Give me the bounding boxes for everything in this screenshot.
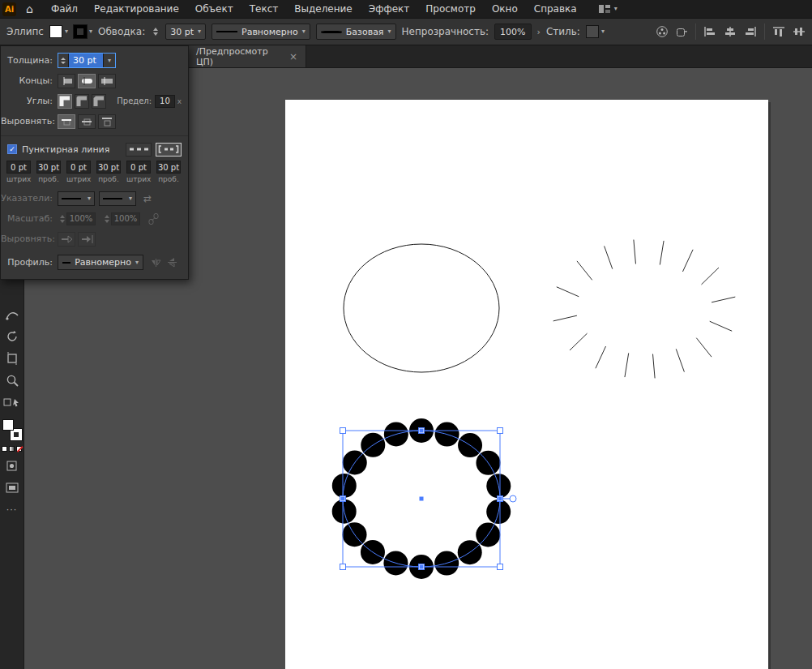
miter-join-button[interactable] — [58, 94, 72, 109]
butt-cap-button[interactable] — [58, 74, 75, 88]
menu-item-view[interactable]: Просмотр — [417, 0, 484, 18]
menu-item-effect[interactable]: Эффект — [361, 0, 418, 18]
chevron-down-icon: ▾ — [135, 259, 139, 266]
menu-item-help[interactable]: Справка — [526, 0, 585, 18]
color-swatch-icon[interactable] — [2, 446, 7, 452]
flip-across-icon[interactable] — [167, 257, 177, 268]
fill-color-dropdown[interactable]: ▾ — [49, 25, 68, 38]
illustrator-logo-icon[interactable]: Ai — [2, 2, 16, 16]
align-stroke-inside-button[interactable] — [78, 114, 96, 129]
stroke-panel: Толщина: 30 pt ▾ Концы: Углы: — [0, 45, 189, 280]
stroke-swatch[interactable] — [74, 25, 87, 38]
brush-dropdown[interactable]: Базовая ▾ — [316, 24, 396, 40]
menu-item-file[interactable]: Файл — [43, 0, 86, 18]
align-center-button[interactable] — [724, 26, 737, 37]
arrow-align-end-button[interactable] — [78, 232, 96, 247]
scale-start-input[interactable]: 100% — [66, 212, 96, 225]
round-cap-button[interactable] — [78, 74, 96, 88]
home-icon[interactable]: ⌂ — [26, 2, 33, 15]
miter-limit-input[interactable]: 10 — [155, 95, 175, 108]
align-top-button[interactable] — [772, 26, 785, 37]
edit-toolbar-button[interactable]: ··· — [3, 501, 21, 517]
align-stroke-center-button[interactable] — [58, 114, 75, 129]
weight-stepper[interactable] — [58, 54, 69, 67]
arrow-scale-row: Масштаб: 100% 100% — [1, 208, 188, 229]
arrowhead-start-dropdown[interactable]: ▾ — [58, 191, 95, 206]
gap-input-1[interactable]: 30 pt — [36, 161, 61, 174]
dash-input-1[interactable]: 0 pt — [6, 161, 31, 174]
artboard-tool[interactable] — [3, 350, 21, 367]
style-swatch[interactable] — [586, 25, 599, 38]
document-tab[interactable]: /Предпросмотр ЦП) × — [188, 45, 306, 67]
paintbrush-tool[interactable] — [3, 307, 21, 323]
divider — [695, 24, 696, 40]
screen-mode-button[interactable] — [3, 479, 21, 495]
stroke-color-dropdown[interactable]: ▾ — [74, 25, 92, 38]
zoom-tool[interactable] — [3, 372, 21, 388]
dash-align-corners-button[interactable] — [156, 143, 182, 157]
scale-end-stepper[interactable] — [102, 212, 111, 226]
opacity-label[interactable]: Непрозрачность: — [402, 26, 489, 37]
caps-label: Концы: — [1, 75, 53, 86]
dashed-line-checkbox[interactable]: ✓ — [7, 144, 17, 154]
width-profile-dropdown[interactable]: Равномерно ▾ — [212, 24, 310, 40]
profile-dropdown[interactable]: Равномерно ▾ — [58, 255, 143, 270]
dash-input-2[interactable]: 0 pt — [66, 161, 91, 174]
swap-arrowheads-icon[interactable]: ⇄ — [143, 193, 152, 204]
arrowhead-none-icon — [62, 198, 81, 199]
workspace-switcher[interactable]: ▾ — [598, 4, 618, 14]
stroke-proxy-swatch[interactable] — [11, 429, 22, 440]
profile-row: Профиль: Равномерно ▾ — [1, 252, 188, 272]
link-scales-icon[interactable] — [148, 213, 159, 225]
align-vcenter-button[interactable] — [793, 26, 806, 37]
color-type-buttons[interactable] — [2, 446, 22, 452]
dash-input-3[interactable]: 0 pt — [126, 161, 151, 174]
menu-item-edit[interactable]: Редактирование — [86, 0, 187, 18]
scale-end-input[interactable]: 100% — [111, 212, 140, 225]
arrowhead-end-dropdown[interactable]: ▾ — [99, 191, 136, 206]
arrow-align-row: Выровнять: — [1, 229, 188, 249]
stroke-weight-stepper[interactable] — [151, 24, 160, 39]
graphic-style-dropdown[interactable]: ▾ — [586, 25, 605, 38]
rotate-tool[interactable] — [3, 328, 21, 345]
menu-item-object[interactable]: Объект — [187, 0, 241, 18]
bevel-join-button[interactable] — [92, 94, 106, 109]
none-swatch-icon[interactable] — [16, 446, 22, 452]
fill-stroke-indicator[interactable] — [2, 419, 22, 440]
weight-combo[interactable]: 30 pt ▾ — [58, 53, 116, 68]
shape-options-button[interactable] — [676, 26, 688, 38]
menu-item-select[interactable]: Выделение — [286, 0, 360, 18]
stroke-weight-dropdown[interactable]: 30 pt ▾ — [165, 24, 206, 40]
weight-label: Толщина: — [1, 55, 53, 66]
gap-input-3[interactable]: 30 pt — [156, 161, 181, 174]
align-right-button[interactable] — [744, 26, 757, 37]
gap-input-2[interactable]: 30 pt — [96, 161, 121, 174]
gradient-swatch-icon[interactable] — [9, 446, 15, 452]
align-stroke-outside-button[interactable] — [98, 114, 116, 129]
weight-input[interactable]: 30 pt — [69, 54, 103, 67]
flip-along-icon[interactable] — [150, 258, 162, 268]
arrow-align-tip-button[interactable] — [58, 232, 75, 247]
menu-item-type[interactable]: Текст — [241, 0, 287, 18]
scale-start-stepper[interactable] — [58, 212, 66, 226]
recolor-artwork-button[interactable] — [656, 25, 669, 38]
round-cap-icon — [80, 76, 93, 86]
align-stroke-row: Выровнять: — [1, 111, 188, 131]
fill-swatch[interactable] — [49, 25, 62, 38]
draw-mode-button[interactable] — [3, 457, 21, 474]
dashed-line-row: ✓ Пунктирная линия — [1, 140, 188, 158]
weight-dropdown-button[interactable]: ▾ — [103, 54, 115, 67]
selection-modes-icon — [3, 397, 21, 408]
close-tab-icon[interactable]: × — [289, 51, 297, 62]
opacity-field[interactable]: 100% — [494, 24, 531, 40]
dash-preserve-button[interactable] — [126, 143, 152, 157]
opacity-panel-chevron-icon[interactable]: › — [537, 27, 541, 37]
round-join-button[interactable] — [75, 94, 89, 109]
toolbar-mode-toggles[interactable] — [3, 394, 21, 410]
fill-proxy-swatch[interactable] — [2, 419, 14, 431]
projecting-cap-button[interactable] — [98, 74, 116, 88]
stroke-weight-label[interactable]: Обводка: — [98, 26, 145, 37]
align-left-button[interactable] — [703, 26, 716, 37]
round-join-icon — [76, 96, 88, 107]
menu-item-window[interactable]: Окно — [484, 0, 526, 18]
